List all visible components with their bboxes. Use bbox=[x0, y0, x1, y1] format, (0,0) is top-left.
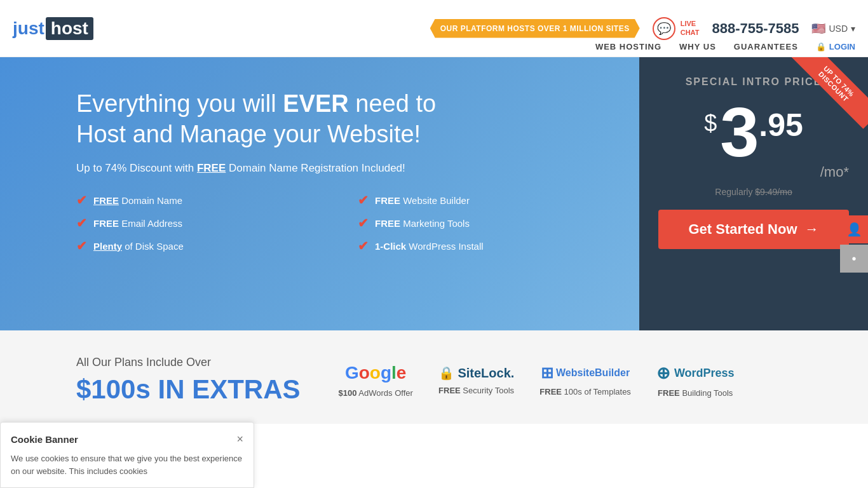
check-icon-2: ✔ bbox=[358, 193, 369, 208]
arrow-right-icon: → bbox=[805, 221, 819, 238]
nav-guarantees[interactable]: GUARANTEES bbox=[734, 42, 798, 51]
sitelock-desc: FREE Security Tools bbox=[438, 386, 514, 395]
wp-text: WordPress bbox=[674, 367, 735, 380]
logo-just: just bbox=[13, 18, 44, 39]
regular-price: Regularly $9.49/mo bbox=[715, 187, 792, 197]
feature-free-domain: ✔ FREE Domain Name bbox=[76, 193, 332, 208]
chat-icon: 💬 bbox=[653, 17, 675, 40]
chevron-down-icon: ▾ bbox=[851, 24, 855, 34]
old-price: $9.49/mo bbox=[755, 187, 792, 197]
lock-icon: 🔒 bbox=[816, 42, 826, 51]
header-main: justhost OUR PLATFORM HOSTS OVER 1 MILLI… bbox=[13, 17, 855, 40]
nav-web-hosting[interactable]: WEB HOSTING bbox=[595, 42, 661, 51]
discount-ribbon: UP TO 74%DISCOUNT bbox=[792, 57, 868, 133]
wb-logo: ⊞ WebsiteBuilder bbox=[541, 364, 630, 382]
wb-desc: FREE 100s of Templates bbox=[539, 387, 631, 396]
google-desc: $100 AdWords Offer bbox=[339, 388, 413, 398]
partner-websitebuilder: ⊞ WebsiteBuilder FREE 100s of Templates bbox=[539, 364, 631, 396]
feature-wordpress: ✔ 1-Click WordPress Install bbox=[358, 238, 614, 254]
per-month: /mo* bbox=[820, 164, 849, 180]
live-chat-button[interactable]: 💬 LIVE CHAT bbox=[653, 17, 700, 40]
wb-icon: ⊞ bbox=[541, 364, 553, 382]
nav-why-us[interactable]: WHY US bbox=[679, 42, 716, 51]
flag-icon: 🇺🇸 bbox=[811, 22, 825, 36]
feature-wordpress-text: 1-Click WordPress Install bbox=[375, 241, 484, 252]
nav-row: WEB HOSTING WHY US GUARANTEES 🔒 LOGIN bbox=[595, 39, 855, 51]
price-whole: 3 bbox=[720, 97, 759, 167]
person-icon: 👤 bbox=[846, 222, 862, 237]
sidebar-secondary-icon[interactable]: • bbox=[840, 245, 868, 273]
feature-disk-text: Plenty of Disk Space bbox=[93, 241, 184, 252]
extras-label: All Our Plans Include Over bbox=[76, 356, 301, 369]
logo-wrap: justhost bbox=[13, 17, 93, 40]
hero-left: Everything you will EVER need toHost and… bbox=[0, 57, 639, 330]
wp-desc: FREE Building Tools bbox=[658, 388, 733, 398]
check-icon-3: ✔ bbox=[76, 215, 87, 231]
partner-sitelock: 🔒 SiteLock. FREE Security Tools bbox=[438, 365, 514, 395]
discount-ribbon-text: UP TO 74%DISCOUNT bbox=[792, 57, 868, 129]
hero-title: Everything you will EVER need toHost and… bbox=[76, 89, 614, 149]
live-label: LIVE bbox=[681, 20, 700, 28]
sidebar-icons: 👤 • bbox=[840, 215, 868, 273]
feature-disk-space: ✔ Plenty of Disk Space bbox=[76, 238, 332, 254]
free-domain-feature-link[interactable]: FREE bbox=[93, 195, 119, 206]
free-domain-link[interactable]: FREE bbox=[197, 162, 226, 174]
extras-partners: Google $100 AdWords Offer 🔒 SiteLock. FR… bbox=[339, 363, 735, 398]
cookie-banner: Cookie Banner × We use cookies to ensure… bbox=[0, 422, 254, 424]
feature-marketing-text: FREE Marketing Tools bbox=[375, 218, 470, 229]
check-icon-5: ✔ bbox=[76, 238, 87, 254]
check-icon-6: ✔ bbox=[358, 238, 369, 254]
feature-website-builder: ✔ FREE Website Builder bbox=[358, 193, 614, 208]
check-icon: ✔ bbox=[76, 193, 87, 208]
price-block: $ 3 .95 bbox=[704, 97, 803, 167]
pricing-card: UP TO 74%DISCOUNT SPECIAL INTRO PRICE $ … bbox=[639, 57, 868, 330]
hero-section: Everything you will EVER need toHost and… bbox=[0, 57, 868, 330]
phone-number[interactable]: 888-755-7585 bbox=[712, 20, 799, 37]
platform-banner: OUR PLATFORM HOSTS OVER 1 MILLION SITES bbox=[430, 19, 640, 38]
logo-host: host bbox=[46, 17, 93, 40]
wp-icon: ⊕ bbox=[656, 363, 670, 383]
header-center: OUR PLATFORM HOSTS OVER 1 MILLION SITES bbox=[430, 19, 640, 38]
nav-login[interactable]: 🔒 LOGIN bbox=[816, 42, 855, 51]
live-chat-label: LIVE CHAT bbox=[681, 20, 700, 36]
get-started-button[interactable]: Get Started Now → bbox=[658, 210, 849, 249]
currency-selector[interactable]: 🇺🇸 USD ▾ bbox=[811, 22, 855, 36]
check-icon-4: ✔ bbox=[358, 215, 369, 231]
cta-label: Get Started Now bbox=[688, 221, 797, 238]
plenty-link[interactable]: Plenty bbox=[93, 241, 122, 252]
extras-left: All Our Plans Include Over $100s IN EXTR… bbox=[76, 356, 301, 405]
currency-label: USD bbox=[829, 24, 848, 34]
regularly-label: Regularly bbox=[715, 187, 755, 197]
sitelock-logo: 🔒 SiteLock. bbox=[438, 365, 514, 381]
partner-wordpress: ⊕ WordPress FREE Building Tools bbox=[656, 363, 735, 398]
hero-subtitle: Up to 74% Discount with FREE Domain Name… bbox=[76, 162, 614, 175]
dollar-sign: $ bbox=[704, 110, 717, 137]
site-header: justhost OUR PLATFORM HOSTS OVER 1 MILLI… bbox=[0, 0, 868, 57]
feature-marketing: ✔ FREE Marketing Tools bbox=[358, 215, 614, 231]
extras-amount: $100s IN EXTRAS bbox=[76, 374, 301, 405]
header-right: 💬 LIVE CHAT 888-755-7585 🇺🇸 USD ▾ bbox=[653, 17, 855, 40]
login-label: LOGIN bbox=[829, 42, 855, 51]
sidebar-chat-icon[interactable]: 👤 bbox=[840, 215, 868, 243]
wb-text: WebsiteBuilder bbox=[556, 367, 630, 379]
extras-section: All Our Plans Include Over $100s IN EXTR… bbox=[0, 330, 868, 424]
chat-label: CHAT bbox=[681, 29, 700, 37]
google-logo: Google bbox=[345, 363, 406, 383]
feature-email: ✔ FREE Email Address bbox=[76, 215, 332, 231]
feature-free-domain-text: FREE Domain Name bbox=[93, 195, 182, 206]
feature-email-text: FREE Email Address bbox=[93, 218, 182, 229]
features-grid: ✔ FREE Domain Name ✔ FREE Website Builde… bbox=[76, 193, 614, 254]
feature-website-builder-text: FREE Website Builder bbox=[375, 195, 470, 206]
dot-icon: • bbox=[851, 252, 856, 266]
logo[interactable]: justhost bbox=[13, 17, 93, 40]
wp-logo: ⊕ WordPress bbox=[656, 363, 735, 383]
partner-google: Google $100 AdWords Offer bbox=[339, 363, 413, 398]
